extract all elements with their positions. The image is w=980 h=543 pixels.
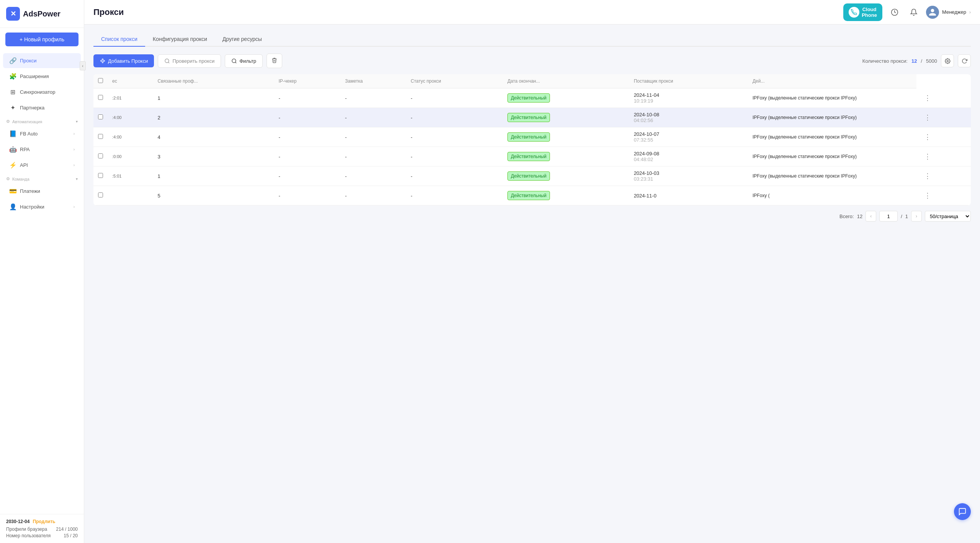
new-profile-label: + Новый профиль: [20, 36, 64, 42]
row-linked-profiles: -: [274, 108, 340, 127]
sidebar-item-partner[interactable]: ✦ Партнерка: [3, 100, 81, 115]
page-size-select[interactable]: 50/страница 100/страница: [925, 211, 971, 222]
row-checkbox-3[interactable]: [98, 153, 103, 158]
row-order: 1: [153, 88, 274, 108]
row-linked-profiles: -: [274, 186, 340, 205]
select-all-checkbox[interactable]: [98, 78, 103, 83]
logo-text: AdsPower: [23, 10, 61, 18]
row-note: -: [406, 166, 503, 186]
next-page-button[interactable]: ›: [911, 211, 922, 222]
proxies-icon: 🔗: [9, 57, 16, 64]
sidebar-item-proxies-label: Прокси: [20, 58, 36, 64]
row-ip-checker: -: [340, 186, 406, 205]
tab-proxy-list[interactable]: Список прокси: [93, 32, 145, 47]
tab-proxy-config[interactable]: Конфигурация прокси: [145, 32, 215, 47]
row-expiry: 2024-10-0303:23:31: [629, 166, 748, 186]
row-actions-button-0[interactable]: ⋮: [921, 92, 934, 104]
row-actions-button-2[interactable]: ⋮: [921, 131, 934, 143]
row-note: -: [406, 186, 503, 205]
support-button[interactable]: [954, 503, 971, 520]
row-order: 4: [153, 127, 274, 147]
refresh-history-button[interactable]: [888, 5, 901, 19]
row-expiry: 2024-10-0804:02:56: [629, 108, 748, 127]
chevron-right-icon-api: ›: [74, 163, 75, 167]
proxy-count-separator: /: [921, 58, 922, 64]
filter-button[interactable]: Фильтр: [225, 54, 263, 68]
svg-point-5: [947, 60, 948, 62]
sidebar-collapse-button[interactable]: ‹: [80, 61, 84, 70]
table-row: :2:01 1 - - - Действительный 2024-11-041…: [93, 88, 971, 108]
row-note: -: [406, 108, 503, 127]
chevron-right-icon-rpa: ›: [74, 147, 75, 152]
th-actions: Дей...: [748, 74, 916, 88]
user-area[interactable]: Менеджер ›: [926, 6, 971, 19]
proxy-table: ес Связанные проф... IP-чекер Заметка Ст…: [93, 74, 971, 205]
api-icon: ⚡: [9, 161, 16, 169]
automation-section-label: ⚙ Автоматизация ▾: [0, 116, 84, 126]
row-order: 2: [153, 108, 274, 127]
sidebar-item-extensions-label: Расширения: [20, 73, 49, 79]
logo-icon: ✕: [6, 7, 20, 21]
content-area: Список прокси Конфигурация прокси Другие…: [84, 24, 980, 543]
check-proxy-button[interactable]: Проверить прокси: [158, 54, 221, 68]
team-section-label: ⚙ Команда ▾: [0, 173, 84, 183]
row-expiry: 2024-10-0707:32:55: [629, 127, 748, 147]
refresh-button[interactable]: [958, 54, 971, 67]
row-checkbox-0[interactable]: [98, 95, 103, 100]
add-proxy-button[interactable]: Добавить Прокси: [93, 54, 154, 67]
sidebar-item-extensions[interactable]: 🧩 Расширения: [3, 69, 81, 84]
row-actions: ⋮: [916, 166, 971, 186]
row-checkbox-1[interactable]: [98, 114, 103, 119]
row-actions-button-5[interactable]: ⋮: [921, 190, 934, 201]
row-address: :5:01: [108, 166, 153, 186]
th-checkbox: [93, 74, 108, 88]
tab-other-resources[interactable]: Другие ресурсы: [215, 32, 270, 47]
status-badge: Действительный: [507, 113, 550, 122]
sidebar-item-proxies[interactable]: 🔗 Прокси: [3, 53, 81, 68]
notifications-button[interactable]: [907, 5, 921, 19]
settings-icon: 👤: [9, 203, 16, 210]
sidebar-item-rpa[interactable]: 🤖 RPA ›: [3, 142, 81, 157]
add-proxy-label: Добавить Прокси: [108, 58, 148, 64]
th-ip-checker: IP-чекер: [274, 74, 340, 88]
row-actions: ⋮: [916, 147, 971, 166]
status-badge: Действительный: [507, 132, 550, 142]
row-checkbox-4[interactable]: [98, 173, 103, 178]
page-separator: /: [901, 214, 902, 219]
row-ip-checker: -: [340, 108, 406, 127]
chevron-right-icon-settings: ›: [74, 205, 75, 209]
sidebar-item-settings[interactable]: 👤 Настройки ›: [3, 199, 81, 214]
row-actions: ⋮: [916, 108, 971, 127]
status-badge: Действительный: [507, 171, 550, 181]
status-badge: Действительный: [507, 152, 550, 161]
cloud-phone-button[interactable]: CloudPhone: [843, 3, 882, 21]
proxy-count-display: Количество прокси:12/5000: [862, 58, 937, 64]
sidebar-item-partner-label: Партнерка: [20, 105, 44, 111]
sidebar-logo: ✕ AdsPower: [0, 0, 84, 28]
row-provider: IPFoxy (выделенные статические прокси IP…: [748, 127, 916, 147]
status-badge: Действительный: [507, 191, 550, 200]
new-profile-button[interactable]: + Новый профиль: [5, 33, 79, 46]
row-checkbox-cell: [93, 88, 108, 108]
prev-page-button[interactable]: ‹: [865, 211, 876, 222]
page-number-input[interactable]: [879, 211, 898, 222]
row-expiry: 2024-09-0804:48:02: [629, 147, 748, 166]
renew-link[interactable]: Продлить: [33, 519, 55, 524]
row-actions-button-1[interactable]: ⋮: [921, 112, 934, 123]
row-actions-button-3[interactable]: ⋮: [921, 151, 934, 162]
footer-date: 2030-12-04 Продлить: [6, 519, 78, 524]
chevron-right-icon: ›: [74, 132, 75, 136]
row-expiry: 2024-11-0410:19:19: [629, 88, 748, 108]
table-settings-button[interactable]: [941, 54, 954, 67]
table-row: :4:00 2 - - - Действительный 2024-10-080…: [93, 108, 971, 127]
row-ip-checker: -: [340, 127, 406, 147]
sidebar-item-api[interactable]: ⚡ API ›: [3, 158, 81, 173]
delete-button[interactable]: [267, 54, 282, 68]
sidebar-item-payments[interactable]: 💳 Платежи: [3, 184, 81, 199]
row-checkbox-2[interactable]: [98, 134, 103, 139]
row-checkbox-5[interactable]: [98, 192, 103, 197]
row-checkbox-cell: [93, 186, 108, 205]
row-actions-button-4[interactable]: ⋮: [921, 170, 934, 182]
sidebar-item-sync[interactable]: ⊞ Синхронизатор: [3, 85, 81, 99]
sidebar-item-fb-auto[interactable]: 📘 FB Auto ›: [3, 126, 81, 141]
